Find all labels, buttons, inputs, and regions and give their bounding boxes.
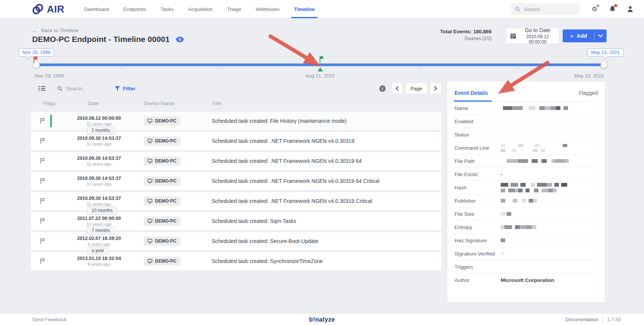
list-view-icon[interactable] <box>39 86 46 91</box>
documentation-link[interactable]: Documentation <box>565 317 598 322</box>
detail-field-value <box>501 106 568 110</box>
detail-field-label: Enabled <box>455 119 501 124</box>
current-event-accent-bar <box>50 115 52 127</box>
device-name-chip: DEMO-PC <box>144 197 180 206</box>
version-label: 1.7.50 <box>607 317 621 322</box>
green-flag-marker-icon <box>320 56 324 63</box>
binalyze-logo: b!nalyze <box>309 316 335 323</box>
back-arrow-icon: ← <box>32 27 38 34</box>
detail-field-label: Signature Verified <box>455 251 501 257</box>
redacted-value-line <box>501 173 502 175</box>
redacted-value-line <box>501 106 568 110</box>
flag-icon[interactable] <box>40 158 45 164</box>
redacted-value-line <box>501 199 537 203</box>
redacted-value-line <box>501 159 569 163</box>
flag-icon[interactable] <box>40 198 45 204</box>
notifications-bell-icon[interactable] <box>608 5 616 13</box>
flag-icon[interactable] <box>40 138 45 144</box>
app-logo[interactable]: AIR <box>32 3 64 15</box>
event-title-cell: Scheduled task created: SynchronizeTimeZ… <box>206 258 441 264</box>
nav-item-dashboard[interactable]: Dashboard <box>84 0 109 18</box>
filter-button[interactable]: Filter <box>115 86 135 91</box>
event-title-cell: Scheduled task created: .NET Framework N… <box>206 178 441 184</box>
previous-page-button[interactable] <box>391 83 403 94</box>
flag-icon[interactable] <box>40 178 45 184</box>
send-feedback-link[interactable]: Send Feedback <box>32 317 67 322</box>
events-table-body: 2010.08.12 00:00:0011 years agoDEMO-PCSc… <box>31 112 441 270</box>
detail-field-label: File Exists <box>455 172 501 177</box>
timeline-end-label: May 13, 2021 <box>574 73 604 79</box>
page-indicator[interactable]: Page <box>405 83 427 94</box>
detail-field-label: Publisher <box>455 198 501 204</box>
event-date-cell: 2010.08.12 00:00:0011 years ago <box>71 116 127 126</box>
detail-field-label: Entropy <box>455 224 501 230</box>
settings-gear-icon[interactable]: ⚙⚙ <box>590 5 599 13</box>
flag-icon[interactable] <box>40 238 45 244</box>
detail-field-label: Status <box>455 132 501 138</box>
event-details-panel: Event DetailsFlagged NameEnabledStatusCo… <box>447 82 605 302</box>
flag-icon[interactable] <box>40 258 45 264</box>
timeline-right-handle[interactable] <box>601 62 607 68</box>
global-search-input[interactable]: Search <box>511 3 580 15</box>
add-button[interactable]: + Add <box>563 33 594 39</box>
back-to-timeline-link[interactable]: ← Back to Timeline <box>32 27 79 34</box>
logo-text: AIR <box>47 3 64 15</box>
table-row[interactable]: 2013.01.10 16:32:048 years agoDEMO-PCSch… <box>31 252 441 270</box>
tab-flagged[interactable]: Flagged <box>579 90 598 101</box>
tab-event-details[interactable]: Event Details <box>455 90 488 101</box>
detail-field-label: File Path <box>455 158 501 164</box>
detail-field-label: File Size <box>455 211 501 217</box>
timeline-left-handle[interactable] <box>33 62 40 68</box>
nav-item-acquisition[interactable]: Acquisition <box>188 0 213 18</box>
nav-item-webhooks[interactable]: Webhooks <box>256 0 280 18</box>
go-to-date-button[interactable]: Go to Date 2010.08.12 00:00:00 <box>506 28 559 44</box>
device-name-chip: DEMO-PC <box>144 136 180 145</box>
calendar-icon <box>510 33 516 39</box>
event-date-cell: 2012.02.07 16:39:209 years ago <box>71 236 127 246</box>
logo-knot-icon <box>32 3 43 15</box>
device-name-chip: DEMO-PC <box>144 237 180 246</box>
main-nav: DashboardEndpointsTasksAcquisitionTriage… <box>84 0 315 18</box>
chevron-right-icon <box>434 86 437 91</box>
total-events-summary: Total Events: 180,866 Sources (2/2) <box>440 29 492 41</box>
table-row[interactable]: 2010.09.30 14:53:3711 years agoDEMO-PCSc… <box>31 152 441 170</box>
column-header-device-name: Device Name <box>142 101 206 106</box>
event-date-cell: 2010.09.30 14:53:3711 years ago <box>71 176 127 186</box>
info-icon[interactable]: i <box>379 85 386 92</box>
flag-icon[interactable] <box>40 218 45 224</box>
filter-funnel-icon <box>115 86 120 91</box>
detail-field-has-signature: Has Signature <box>455 234 598 247</box>
detail-field-command-line: Command Line <box>455 141 598 155</box>
detail-field-value <box>501 212 511 216</box>
event-date-cell: 2010.09.30 14:53:3711 years ago <box>71 136 127 146</box>
add-dropdown-chevron[interactable] <box>594 34 607 37</box>
user-profile-icon[interactable] <box>626 5 634 13</box>
global-search-placeholder: Search <box>524 6 540 12</box>
redacted-value-line <box>501 238 505 242</box>
nav-item-triage[interactable]: Triage <box>227 0 241 18</box>
flag-icon[interactable] <box>40 118 45 124</box>
table-row[interactable]: 2010.09.30 14:53:3711 years agoDEMO-PCSc… <box>31 172 441 190</box>
go-to-date-value: 2010.08.12 00:00:00 <box>520 34 555 45</box>
nav-item-tasks[interactable]: Tasks <box>160 0 174 18</box>
footer-divider: | <box>602 317 603 322</box>
nav-item-timeline[interactable]: Timeline <box>294 0 315 18</box>
events-search-input[interactable]: Search... <box>57 86 103 91</box>
events-search-placeholder: Search... <box>66 86 86 91</box>
nav-item-endpoints[interactable]: Endpoints <box>123 0 146 18</box>
back-link-label: Back to Timeline <box>41 28 79 33</box>
event-title-cell: Scheduled task created: File History (ma… <box>206 118 441 124</box>
event-date-cell: 2010.09.30 14:53:3711 years ago <box>71 196 127 206</box>
table-row[interactable]: 2010.09.30 14:53:3711 years agoDEMO-PCSc… <box>31 132 441 150</box>
detail-field-name: Name <box>455 102 598 115</box>
event-title-cell: Scheduled task created: Secure-Boot-Upda… <box>206 238 441 244</box>
next-page-button[interactable] <box>430 83 441 94</box>
add-button-group: + Add <box>563 29 607 42</box>
page-title: DEMO-PC Endpoint - Timeline 00001 <box>32 35 170 44</box>
visibility-eye-icon[interactable] <box>176 37 184 42</box>
annotation-arrow-to-timeline-marker <box>270 36 320 66</box>
footer-bar: Send Feedback b!nalyze Documentation | 1… <box>0 314 644 325</box>
detail-field-label: Hash <box>455 185 501 190</box>
table-header-row: Flags Date Device Name Title <box>31 94 441 112</box>
detail-field-label: Command Line <box>455 145 501 151</box>
